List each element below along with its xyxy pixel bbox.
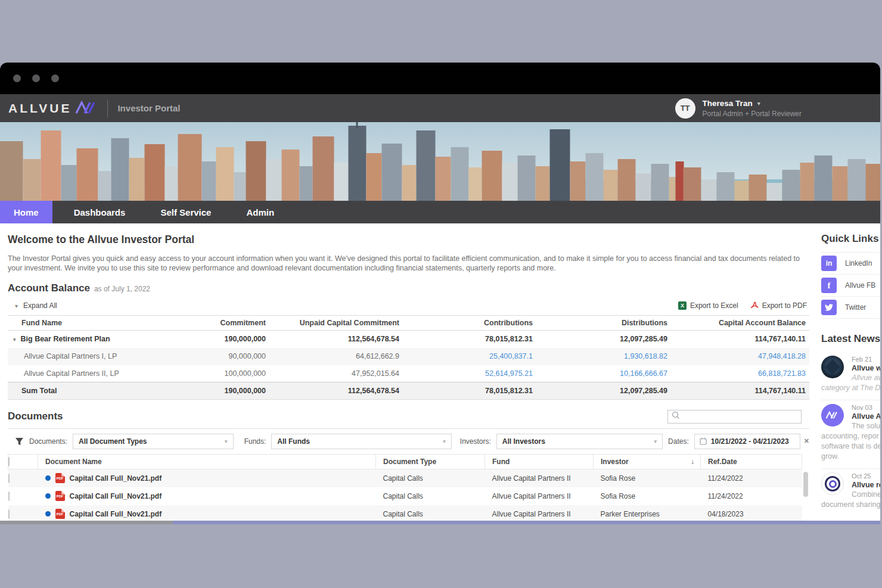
news-item[interactable]: Oct 25 Allvue rel Combine document shari…	[821, 469, 880, 512]
col-fund[interactable]: Fund	[485, 455, 594, 469]
news-date: Oct 25	[852, 472, 880, 480]
cell-commitment: 90,000,000	[151, 348, 269, 365]
expand-all-button[interactable]: ▾ Expand All	[15, 301, 57, 310]
filter-funnel-icon	[15, 437, 24, 446]
horizontal-scrollbar[interactable]	[0, 521, 880, 524]
news-item[interactable]: Feb 21 Allvue wi Allvue aw category at T…	[821, 352, 880, 395]
col-document-type[interactable]: Document Type	[376, 455, 485, 469]
user-menu[interactable]: TT Theresa Tran ▾ Portal Admin + Portal …	[675, 98, 802, 119]
user-caret-down-icon[interactable]: ▾	[757, 100, 760, 107]
cell-fund: Allvue Capital Partners II	[485, 469, 594, 487]
row-checkbox[interactable]	[8, 491, 10, 501]
account-balance-toolbar: ▾ Expand All X Export to Excel	[8, 299, 809, 312]
tab-dashboards[interactable]: Dashboards	[60, 201, 139, 223]
linkedin-icon: in	[821, 256, 837, 271]
news-excerpt: document sharing	[821, 500, 880, 509]
news-headline[interactable]: Allvue rel	[852, 481, 880, 489]
expand-all-caret-down-icon: ▾	[15, 303, 18, 309]
news-excerpt: accounting, repor	[821, 432, 880, 441]
document-name-link[interactable]: Capital Call Full_Nov21.pdf	[70, 492, 162, 500]
horizontal-scrollbar-thumb[interactable]	[173, 521, 880, 524]
window-titlebar	[0, 63, 880, 94]
cell-ref-date: 11/24/2022	[701, 469, 802, 487]
col-document-name[interactable]: Document Name	[38, 455, 376, 469]
account-balance-table: Fund Name Commitment Unpaid Capital Comm…	[8, 315, 809, 400]
cell-contributions: 78,015,812.31	[403, 331, 536, 348]
pdf-export-icon	[750, 301, 759, 311]
cell-investor: Sofia Rose	[594, 487, 701, 505]
right-sidebar: Quick Links in LinkedIn f Allvue FB Twit…	[821, 223, 880, 524]
search-icon	[672, 411, 680, 422]
cell-fund: Allvue Capital Partners II	[485, 487, 594, 505]
export-pdf-label: Export to PDF	[762, 301, 807, 310]
table-row: PDF Capital Call Full_Nov21.pdf Capital …	[8, 487, 802, 505]
clear-dates-icon[interactable]: ✕	[804, 437, 809, 445]
col-capital-account-balance: Capital Account Balance	[671, 316, 809, 331]
cell-document-type: Capital Calls	[376, 505, 485, 523]
traffic-light-minimize-icon[interactable]	[32, 74, 40, 82]
tab-admin[interactable]: Admin	[232, 201, 288, 223]
tab-home[interactable]: Home	[0, 201, 52, 223]
quick-link-twitter[interactable]: Twitter	[821, 297, 880, 319]
documents-table: Document Name Document Type Fund Investo…	[8, 454, 802, 524]
calendar-icon	[700, 437, 707, 445]
unread-dot-icon	[45, 493, 51, 499]
distributions-link[interactable]: 10,166,666.67	[620, 369, 667, 378]
main-nav: Home Dashboards Self Service Admin	[0, 201, 880, 223]
document-name-link[interactable]: Capital Call Full_Nov21.pdf	[70, 474, 162, 483]
news-item[interactable]: Nov 03 Allvue An The solut accounting, r…	[821, 400, 880, 463]
distributions-link[interactable]: 1,930,618.82	[624, 352, 667, 360]
news-excerpt: software that is de	[821, 442, 880, 451]
allvue-logo: ALLVUE	[8, 101, 72, 116]
pdf-file-icon: PDF	[55, 473, 65, 483]
cell-distributions: 12,097,285.49	[536, 382, 671, 400]
document-types-value: All Document Types	[79, 437, 147, 446]
quick-link-linkedin[interactable]: in LinkedIn	[821, 253, 880, 275]
traffic-light-zoom-icon[interactable]	[51, 74, 59, 82]
cell-distributions: 12,097,285.49	[536, 331, 671, 348]
chevron-down-icon: ▾	[654, 438, 657, 444]
documents-vertical-scrollbar[interactable]	[803, 472, 808, 524]
row-checkbox[interactable]	[8, 474, 10, 483]
cell-balance: 114,767,140.11	[671, 331, 809, 348]
select-all-checkbox[interactable]	[8, 457, 10, 466]
contributions-link[interactable]: 25,400,837.1	[489, 352, 533, 360]
user-avatar[interactable]: TT	[675, 98, 695, 119]
news-excerpt: category at The D	[821, 384, 880, 393]
news-headline[interactable]: Allvue wi	[852, 364, 880, 372]
page-content: Welcome to the Allvue Investor Portal Th…	[0, 223, 880, 524]
balance-link[interactable]: 47,948,418.28	[758, 352, 806, 360]
pdf-file-icon: PDF	[55, 491, 65, 501]
sort-descending-icon[interactable]: ↓	[691, 458, 694, 466]
quick-link-allvue-fb[interactable]: f Allvue FB	[821, 275, 880, 297]
export-to-excel-button[interactable]: X Export to Excel	[678, 301, 738, 310]
funds-dropdown[interactable]: All Funds ▾	[271, 434, 451, 449]
news-headline[interactable]: Allvue An	[852, 412, 880, 421]
balance-link[interactable]: 66,818,721.83	[758, 369, 806, 378]
allvue-logo-mark-icon	[75, 101, 99, 117]
date-range-picker[interactable]: 10/21/2022 - 04/21/2023	[694, 434, 800, 449]
table-row: Allvue Capital Partners II, LP 100,000,0…	[8, 365, 809, 382]
table-row: Allvue Capital Partners I, LP 90,000,000…	[8, 348, 809, 365]
news-date: Nov 03	[852, 404, 880, 411]
cell-unpaid: 112,564,678.54	[269, 331, 403, 348]
cell-commitment: 190,000,000	[151, 382, 269, 400]
facebook-icon: f	[821, 278, 837, 293]
document-name-link[interactable]: Capital Call Full_Nov21.pdf	[70, 510, 162, 518]
account-balance-title: Account Balance	[8, 282, 90, 294]
tab-self-service[interactable]: Self Service	[147, 201, 225, 223]
row-collapse-caret-icon[interactable]: ▾	[13, 337, 16, 343]
traffic-light-close-icon[interactable]	[13, 74, 21, 82]
col-ref-date[interactable]: Ref.Date	[701, 455, 802, 469]
investors-dropdown[interactable]: All Investors ▾	[496, 434, 663, 449]
document-types-dropdown[interactable]: All Document Types ▾	[73, 434, 234, 449]
news-excerpt: Combine	[852, 490, 880, 499]
documents-search-input[interactable]	[667, 410, 802, 424]
cell-unpaid: 47,952,015.64	[269, 365, 403, 382]
row-checkbox[interactable]	[8, 509, 10, 519]
fund-name: Allvue Capital Partners I, LP	[8, 348, 151, 365]
contributions-link[interactable]: 52,614,975.21	[485, 369, 533, 378]
export-to-pdf-button[interactable]: Export to PDF	[750, 301, 807, 311]
news-excerpt: The solut	[852, 422, 880, 431]
col-investor[interactable]: Investor↓	[594, 455, 701, 469]
